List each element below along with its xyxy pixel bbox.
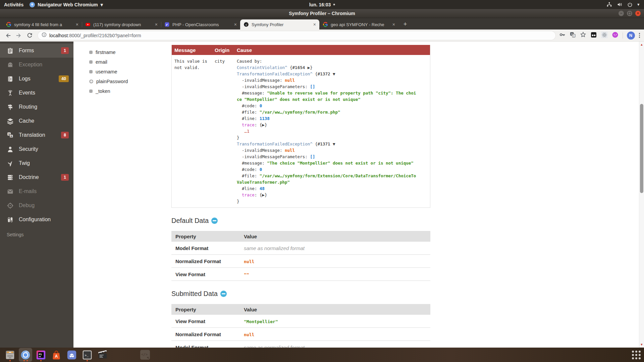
sidebar-item-configuration[interactable]: Configuration [0,213,73,227]
browser-tab-4[interactable]: sfSymfony Profiler× [240,19,319,29]
sidebar-item-label: Doctrine [19,174,39,180]
dump-segment-trc: trace [237,122,255,127]
back-button[interactable] [3,31,13,40]
table-column-header: Property [171,231,240,242]
form-field-label: _token [96,88,110,94]
tab-close-icon[interactable]: × [154,22,158,27]
sidebar-item-label: Routing [19,104,37,110]
page-scrollbar[interactable]: ▲ ▼ [639,42,644,348]
google-favicon [323,22,328,27]
dump-toggle-arrow[interactable]: : {▶} [255,192,267,197]
sidebar-settings-link[interactable]: Settings [0,232,73,237]
tab-close-icon[interactable]: × [75,22,79,27]
clock[interactable]: lun. 16:03 [309,2,335,7]
form-field-token[interactable]: _token [89,86,171,96]
new-tab-button[interactable]: + [400,19,410,29]
volume-icon[interactable] [617,2,623,7]
sidebar-item-events[interactable]: Events [0,86,73,100]
dump-toggle-arrow[interactable]: : {▶} [255,122,267,127]
react-devtools-icon[interactable] [601,32,608,40]
dock-icon-files[interactable] [3,348,17,362]
dock-icon-ubuntu-software[interactable]: A [50,348,63,362]
sidebar-item-forms[interactable]: Forms1 [0,44,73,58]
activities-button[interactable]: Activités [4,2,23,7]
dock-icon-discord[interactable] [65,348,78,362]
dump-line: TransformationFailedException^ {#1372 ▼ [237,71,427,77]
dump-toggle-arrow[interactable]: ▶} [305,65,313,70]
scrollbar-thumb[interactable] [640,104,643,193]
dock-icon-phpstorm[interactable]: PS [34,348,48,362]
sidebar-item-cache[interactable]: Cache [0,114,73,128]
dump-segment-num: [] [310,154,315,159]
dock-icon-chromium[interactable] [19,348,32,362]
sidebar-item-twig[interactable]: Twig [0,156,73,170]
browser-tab-2[interactable]: (117) symfony dropdown× [82,19,161,29]
app-menu[interactable]: Navigateur Web Chromium ▾ [30,2,103,7]
network-icon[interactable] [606,2,612,7]
browser-tab-1[interactable]: symfony 4 fill field from a× [3,19,82,29]
expand-plus-icon[interactable] [89,79,93,83]
purple-extension-icon[interactable] [612,32,619,40]
forward-button[interactable] [14,31,23,40]
form-field-label: username [96,69,117,74]
sidebar-item-translation[interactable]: aATranslation8 [0,128,73,142]
browser-tab-5[interactable]: geo api SYMFONY - Reche× [319,19,398,29]
dump-segment-str: ce "Montpellier" does not exist or is no… [237,97,361,102]
field-bullet-icon [89,60,93,64]
form-field-username[interactable]: username [89,67,171,76]
power-icon[interactable] [627,2,633,7]
sidebar-item-label: Security [19,146,38,152]
tab-close-icon[interactable]: × [313,22,317,27]
sidebar-item-routing[interactable]: Routing [0,100,73,114]
scroll-up-arrow[interactable]: ▲ [639,43,644,47]
system-menu-caret[interactable]: ▾ [637,2,639,7]
password-key-icon[interactable] [559,32,566,39]
dump-line: #line: 48 [237,185,427,192]
minimize-button[interactable]: – [619,11,624,16]
browser-tab-3[interactable]: PHP - OpenClassrooms× [161,19,240,29]
notification-dot [333,4,335,5]
field-bullet-icon [89,89,93,93]
profile-avatar[interactable]: N [627,32,635,40]
dump-toggle-arrow[interactable]: ▼ [330,71,335,76]
sidebar-item-logs[interactable]: !Logs40 [0,72,73,86]
tab-close-icon[interactable]: × [392,22,396,27]
tab-title: Symfony Profiler [252,22,310,27]
maximize-button[interactable] [627,11,632,16]
close-button[interactable]: × [635,11,641,16]
browser-menu-icon[interactable] [639,33,640,38]
sidebar-item-label: Events [19,90,35,96]
dark-extension-icon[interactable] [590,32,597,40]
scroll-down-arrow[interactable]: ▼ [639,343,644,347]
dock-icon-terminal[interactable]: >_ [80,348,94,362]
collapse-toggle-icon[interactable] [220,291,227,297]
running-indicator [19,360,32,361]
translate-icon[interactable]: Aa [570,32,576,39]
browser-toolbar: localhost:8000/_profiler/2162b0?panel=fo… [0,29,644,42]
dump-toggle-arrow[interactable]: ▼ [330,141,335,146]
form-field-email[interactable]: email [89,57,171,67]
reload-button[interactable] [25,31,34,40]
chromium-mini-icon [30,2,35,7]
bookmark-star-icon[interactable] [580,32,586,39]
tab-title: symfony 4 fill field from a [14,22,72,27]
show-applications-button[interactable] [631,349,642,361]
tab-close-icon[interactable]: × [233,22,237,27]
form-field-firstname[interactable]: firstname [89,47,171,57]
form-tree-panel: firstnameemailusernameplainPassword_toke… [73,42,171,348]
sidebar-item-doctrine[interactable]: Doctrine1 [0,170,73,184]
sidebar-item-security[interactable]: Security [0,142,73,156]
dump-line: ConstraintViolation^ {#1654 ▶} [237,64,427,71]
form-field-plainPassword[interactable]: plainPassword [89,76,171,86]
dump-line: -invalidMessage: null [237,77,427,83]
page-info-icon[interactable] [42,32,47,39]
table-row: Model Formatsame as normalized format [171,242,430,255]
collapse-toggle-icon[interactable] [211,218,218,224]
property-cell: Normalized Format [171,328,240,341]
dock-icon-video-editor[interactable] [96,348,109,362]
form-field-label: plainPassword [96,79,128,84]
doctrine-icon [7,174,14,181]
app-menu-caret: ▾ [101,2,103,7]
dump-line: -invalidMessageParameters: [] [237,83,427,90]
url-bar[interactable]: localhost:8000/_profiler/2162b0?panel=fo… [38,31,556,40]
